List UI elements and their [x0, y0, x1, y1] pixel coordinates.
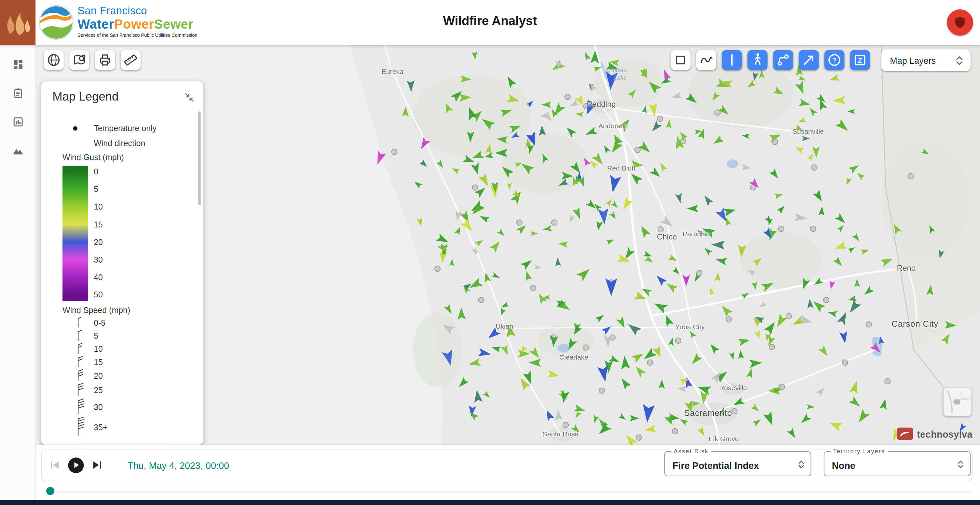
analytics-icon	[12, 116, 24, 127]
station-dot	[697, 271, 702, 276]
station-dot	[842, 360, 848, 365]
wind-arrow	[752, 282, 759, 290]
station-dot	[552, 220, 557, 225]
fire-alert-button[interactable]	[947, 10, 973, 36]
wind-arrow	[849, 380, 861, 394]
wind-arrow	[794, 145, 804, 154]
station-dot	[636, 435, 642, 440]
wind-arrow	[559, 390, 570, 404]
wind-barb-icon	[62, 356, 94, 369]
evacuation-tool-button[interactable]	[747, 50, 767, 70]
wind-speed-tick: 30	[94, 403, 103, 412]
wind-arrow	[774, 191, 784, 199]
wind-arrow	[715, 256, 727, 265]
sfpuc-logo-icon	[39, 5, 74, 40]
wind-arrow	[451, 166, 460, 174]
station-dot	[657, 116, 663, 121]
wind-arrow	[555, 257, 561, 266]
wind-arrow	[860, 247, 870, 255]
sidebar-item-terrain[interactable]	[0, 136, 35, 165]
station-dot	[565, 94, 570, 100]
sidebar-item-dashboard[interactable]	[0, 50, 35, 79]
city-label: Red Bluff	[607, 164, 635, 172]
play-icon	[72, 461, 80, 469]
city-label: Chico	[657, 233, 677, 241]
legend-item-temperature: Temperature only	[41, 121, 204, 135]
wind-arrow	[816, 386, 827, 397]
wind-arrow	[407, 80, 415, 92]
asset-risk-select[interactable]: Asset Risk Fire Potential Index	[664, 451, 811, 476]
wind-arrow	[880, 255, 894, 267]
time-control-panel: Thu, May 4, 2023, 00:00 Asset Risk Fire …	[35, 445, 980, 500]
wind-arrow	[848, 396, 862, 409]
city-label: Anderson	[598, 122, 628, 129]
water-label: Shasta	[609, 67, 627, 73]
station-dot	[675, 338, 681, 343]
print-button[interactable]	[95, 50, 115, 70]
wind-arrow	[547, 370, 560, 380]
legend-title: Map Legend	[52, 90, 118, 104]
overview-minimap[interactable]	[943, 387, 972, 416]
sidebar-item-analytics[interactable]	[0, 107, 35, 136]
wind-arrow	[828, 280, 835, 290]
minimap-graphic	[944, 388, 972, 416]
wind-speed-row: 5	[41, 329, 204, 342]
help-button[interactable]: ?	[824, 50, 844, 70]
measure-button[interactable]	[121, 50, 140, 70]
wind-arrow	[528, 358, 541, 367]
station-dot	[599, 388, 605, 393]
station-dot	[866, 322, 871, 327]
wind-speed-row: 25	[41, 383, 204, 398]
time-slider-thumb[interactable]	[46, 487, 54, 495]
skip-next-button[interactable]	[91, 459, 103, 471]
city-label: Roseville	[719, 384, 747, 391]
globe-icon	[46, 53, 61, 67]
sidebar-item-reports[interactable]	[0, 79, 35, 107]
zone-tool-button[interactable]: Z	[850, 50, 870, 70]
wind-arrow	[605, 198, 614, 207]
wind-arrow	[573, 411, 582, 420]
profile-tool-button[interactable]	[722, 50, 742, 70]
wind-arrow	[602, 144, 611, 154]
city-label: Carson City	[891, 319, 939, 329]
freehand-draw-button[interactable]	[696, 50, 716, 70]
wind-speed-row: 35+	[41, 416, 204, 437]
wind-arrow	[475, 238, 484, 247]
territory-layers-select[interactable]: Territory Layers None	[824, 451, 970, 476]
wind-gust-title: Wind Gust (mph)	[62, 153, 124, 162]
brand-line1: San Francisco	[78, 6, 197, 17]
map-search-icon	[72, 53, 87, 67]
route-tool-button[interactable]	[773, 50, 793, 70]
current-datetime: Thu, May 4, 2023, 00:00	[127, 460, 229, 470]
draw-extent-button[interactable]	[671, 50, 690, 70]
page-title: Wildfire Analyst	[443, 14, 537, 28]
wind-arrow	[813, 147, 820, 158]
measure-distance-button[interactable]	[799, 50, 819, 70]
wind-arrow	[657, 161, 667, 172]
select-chevrons-icon	[956, 459, 965, 470]
play-button[interactable]	[68, 457, 84, 473]
city-label: Yuba City	[675, 323, 705, 331]
app-header: San Francisco WaterPowerSewer Services o…	[0, 0, 980, 45]
wind-speed-tick: 5	[94, 331, 98, 341]
wind-arrow	[628, 171, 643, 185]
skip-previous-button[interactable]	[48, 459, 60, 471]
wind-arrow	[500, 302, 509, 309]
map-layers-dropdown[interactable]: Map Layers	[881, 49, 970, 71]
map-search-button[interactable]	[69, 50, 89, 70]
brand-text: San Francisco WaterPowerSewer Services o…	[78, 6, 197, 38]
collapse-icon[interactable]	[183, 91, 196, 104]
asset-risk-value: Fire Potential Index	[673, 460, 759, 471]
brand-tagline: Services of the San Francisco Public Uti…	[78, 33, 197, 38]
wind-speed-tick: 10	[94, 344, 103, 354]
basemap-button[interactable]	[44, 50, 64, 70]
wind-arrow	[678, 417, 689, 426]
time-slider-track[interactable]	[46, 491, 971, 493]
wind-speed-tick: 20	[94, 371, 103, 381]
help-icon: ?	[827, 53, 842, 67]
wind-arrow	[795, 81, 808, 96]
wind-arrow	[802, 136, 810, 141]
bottom-status-bar	[0, 500, 980, 505]
wind-arrow	[574, 405, 586, 414]
wind-arrow	[550, 59, 565, 73]
